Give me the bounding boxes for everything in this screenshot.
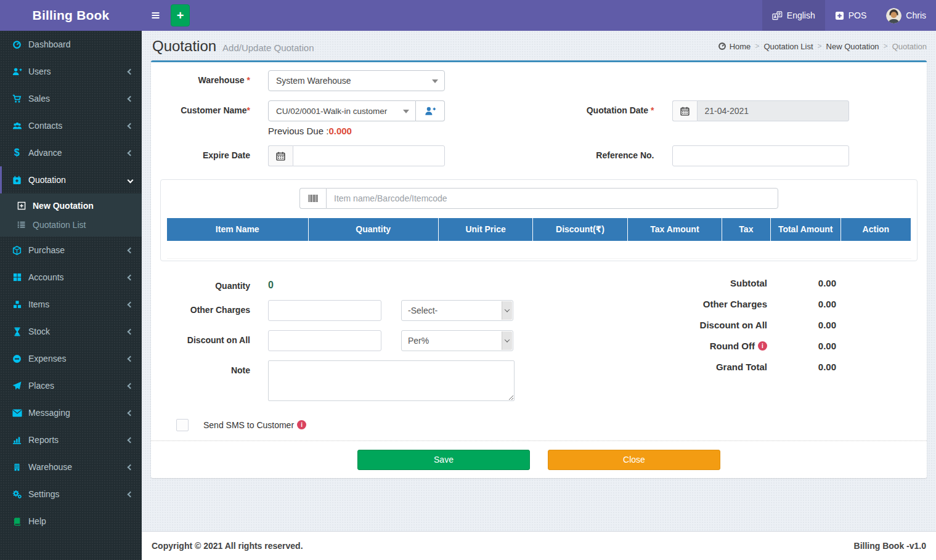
language-icon <box>772 11 783 20</box>
note-textarea[interactable] <box>268 360 515 401</box>
chevron-down-icon <box>128 177 134 183</box>
breadcrumb-quotation-list[interactable]: Quotation List <box>763 42 813 51</box>
footer: Copyright © 2021 All rights reserved. Bi… <box>142 531 936 560</box>
copyright-text: Copyright © 2021 All rights reserved. <box>152 541 303 551</box>
breadcrumb-separator: > <box>884 42 888 51</box>
sidebar-item-places[interactable]: Places <box>0 372 142 399</box>
sidebar-item-advance[interactable]: $ Advance <box>0 139 142 166</box>
book-icon <box>11 517 23 526</box>
sidebar-item-label: Expenses <box>28 354 66 363</box>
close-button[interactable]: Close <box>548 450 720 470</box>
breadcrumb: Home > Quotation List > New Quotation > … <box>718 42 927 51</box>
warehouse-field-group: Warehouse* System Warehouse <box>160 70 514 91</box>
hamburger-icon <box>150 10 161 20</box>
reference-no-input[interactable] <box>672 145 849 166</box>
expire-date-input[interactable] <box>293 145 445 166</box>
sidebar-item-expenses[interactable]: Expenses <box>0 345 142 372</box>
chevron-left-icon <box>128 150 134 156</box>
sidebar-item-label: Purchase <box>28 245 65 255</box>
other-charges-input[interactable] <box>268 300 381 321</box>
item-search-input[interactable] <box>326 188 778 209</box>
sidebar-item-sales[interactable]: Sales <box>0 85 142 112</box>
sidebar-item-contacts[interactable]: Contacts <box>0 112 142 139</box>
previous-due-label: Previous Due : <box>268 126 328 136</box>
save-button[interactable]: Save <box>357 450 530 470</box>
user-menu[interactable]: Chris <box>876 0 936 31</box>
warehouse-select[interactable]: System Warehouse <box>268 70 445 91</box>
sidebar-item-dashboard[interactable]: Dashboard <box>0 31 142 58</box>
chevron-left-icon <box>128 274 134 280</box>
warehouse-select-value: System Warehouse <box>276 76 351 86</box>
breadcrumb-separator: > <box>818 42 822 51</box>
sidebar-item-purchase[interactable]: Purchase <box>0 237 142 264</box>
discount-on-all-input[interactable] <box>268 330 381 351</box>
app-logo[interactable]: Billing Book <box>0 0 142 31</box>
sidebar: Dashboard Users Sales Cont <box>0 31 142 560</box>
user-plus-icon <box>425 106 436 116</box>
sidebar-item-label: Accounts <box>28 272 64 282</box>
sidebar-subitem-quotation-list[interactable]: Quotation List <box>0 215 142 234</box>
breadcrumb-new-quotation[interactable]: New Quotation <box>826 42 879 51</box>
chevron-left-icon <box>128 123 134 129</box>
sidebar-item-label: Help <box>28 516 46 526</box>
sidebar-item-reports[interactable]: Reports <box>0 426 142 453</box>
calendar-icon <box>268 145 293 166</box>
items-table-header-row: Item Name Quantity Unit Price Discount(₹… <box>167 218 911 241</box>
chevron-left-icon <box>128 95 134 102</box>
grand-total-value: 0.00 <box>767 362 836 372</box>
chevron-left-icon <box>128 68 134 75</box>
sidebar-item-accounts[interactable]: Accounts <box>0 264 142 291</box>
send-sms-label: Send SMS to Customer <box>203 420 294 430</box>
info-icon[interactable]: i <box>758 341 767 351</box>
grand-total-label: Grand Total <box>608 362 767 372</box>
sidebar-item-settings[interactable]: Settings <box>0 481 142 508</box>
sms-row: Send SMS to Customeri <box>176 419 927 431</box>
sidebar-item-label: Warehouse <box>28 462 72 472</box>
sidebar-item-label: Messaging <box>28 408 70 418</box>
chevron-left-icon <box>128 383 134 389</box>
sidebar-item-items[interactable]: Items <box>0 291 142 318</box>
sidebar-item-messaging[interactable]: Messaging <box>0 399 142 426</box>
sidebar-subitem-new-quotation[interactable]: New Quotation <box>0 196 142 215</box>
quotation-date-input[interactable] <box>697 100 849 121</box>
form-actions: Save Close <box>151 441 927 478</box>
discount-type-select[interactable]: Per% <box>402 331 513 351</box>
pos-button[interactable]: POS <box>825 0 877 31</box>
items-table-empty-row <box>167 241 911 258</box>
col-tax: Tax <box>722 218 771 241</box>
home-icon <box>718 42 726 51</box>
other-charges-select[interactable]: -Select- <box>402 301 513 320</box>
sidebar-item-warehouse[interactable]: Warehouse <box>0 453 142 481</box>
quick-add-button[interactable]: + <box>171 4 190 26</box>
cube-icon <box>11 246 23 255</box>
sidebar-item-users[interactable]: Users <box>0 58 142 85</box>
reference-no-field-group: Reference No. <box>564 145 918 166</box>
reference-no-label: Reference No. <box>564 145 672 166</box>
subtotal-label: Subtotal <box>608 278 767 288</box>
barcode-icon <box>299 188 326 209</box>
breadcrumb-home[interactable]: Home <box>730 42 751 51</box>
language-menu[interactable]: English <box>762 0 825 31</box>
building-icon <box>11 463 23 472</box>
required-asterisk: * <box>651 105 654 115</box>
cubes-icon <box>11 300 23 309</box>
sidebar-item-label: Dashboard <box>28 39 71 49</box>
chevron-left-icon <box>128 355 134 362</box>
topbar-right: English POS <box>762 0 936 31</box>
sidebar-toggle-button[interactable] <box>142 0 169 31</box>
sidebar-item-quotation[interactable]: Quotation <box>0 166 142 193</box>
items-section: Item Name Quantity Unit Price Discount(₹… <box>160 179 918 261</box>
page-subtitle: Add/Update Quotation <box>222 43 314 53</box>
quotation-date-field-group: Quotation Date* <box>564 100 918 136</box>
quotation-date-label: Quotation Date* <box>564 100 672 136</box>
info-icon[interactable]: i <box>297 420 306 429</box>
sidebar-item-help[interactable]: Help <box>0 508 142 535</box>
chevron-left-icon <box>128 410 134 416</box>
sidebar-item-stock[interactable]: Stock <box>0 318 142 345</box>
add-customer-button[interactable] <box>416 100 445 121</box>
send-sms-checkbox[interactable] <box>176 419 189 431</box>
expire-date-label: Expire Date <box>160 145 268 166</box>
customer-select[interactable]: CU/02/0001-Walk-in customer <box>268 100 416 121</box>
required-asterisk: * <box>247 105 250 115</box>
pos-label: POS <box>849 10 867 20</box>
